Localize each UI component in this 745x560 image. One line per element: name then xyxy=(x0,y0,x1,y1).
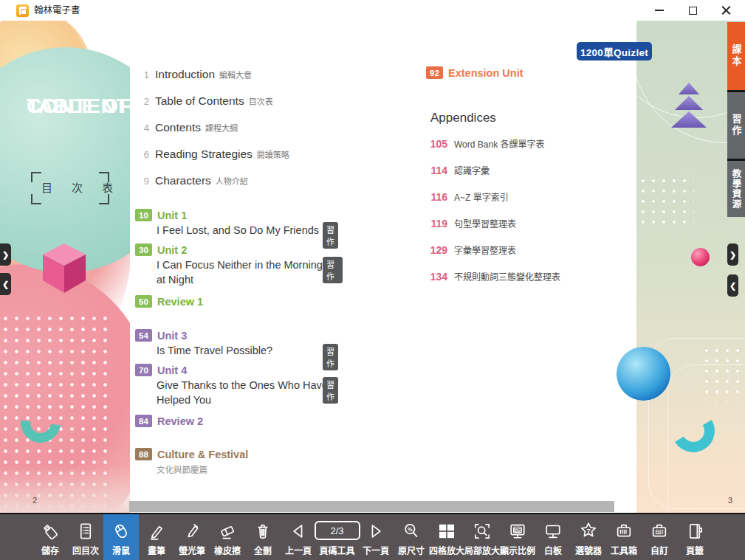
toc-row-irregular-verbs[interactable]: 134 不規則動詞三態變化整理表 xyxy=(421,270,560,283)
minimize-button[interactable] xyxy=(644,0,675,21)
chevron-right-icon: ❯ xyxy=(729,250,736,260)
svg-text:固定: 固定 xyxy=(513,528,522,533)
toc-row-unit3[interactable]: 54 Unit 3 Is Time Travel Possible? 習作 xyxy=(135,329,272,356)
toc-row-unit2[interactable]: 30 Unit 2 I Can Focus Neither in the Mor… xyxy=(135,243,343,286)
toolbar-next-page[interactable]: 下一頁 xyxy=(358,514,394,560)
toc-row-review1[interactable]: 50 Review 1 xyxy=(135,295,203,308)
minimize-icon xyxy=(655,10,664,11)
zoom-percent-icon: % xyxy=(400,520,422,542)
app-window: 翰林電子書 TABLE OF CONTENTS TABLE OF CONTENT… xyxy=(0,0,745,560)
appendices-heading: Appendices xyxy=(430,111,496,125)
toc-row-unit1[interactable]: 10 Unit 1 I Feel Lost, and So Do My Frie… xyxy=(135,209,319,236)
hero-line2: CONTENTS xyxy=(27,94,130,117)
page-badge: 10 xyxy=(135,209,152,221)
chevron-left-icon: ❮ xyxy=(2,280,9,289)
toc-row-sentence-patterns[interactable]: 119 句型學習整理表 xyxy=(421,217,516,229)
zoom-area-icon xyxy=(471,520,493,542)
toolbar-prev-page[interactable]: 上一頁 xyxy=(281,514,316,560)
toc-row-vocab[interactable]: 114 認識字彙 xyxy=(421,164,490,176)
triangle-right-icon xyxy=(365,520,387,542)
right-page-number: 3 xyxy=(728,496,732,505)
highlighter-icon xyxy=(181,520,203,542)
whiteboard-icon xyxy=(542,520,564,542)
svg-text:7: 7 xyxy=(587,528,591,535)
toc-chinese-label: 目次表 xyxy=(31,172,109,204)
toc-row-az-index[interactable]: 116 A~Z 單字索引 xyxy=(421,190,509,203)
pink-ball-decoration xyxy=(691,248,710,266)
svg-text:自訂: 自訂 xyxy=(655,529,664,535)
left-page-decoration: TABLE OF CONTENTS TABLE OF CONTENTS 目次表 xyxy=(0,21,130,513)
blue-sphere-decoration xyxy=(617,347,670,401)
toc-row-review2[interactable]: 84 Review 2 xyxy=(135,415,203,427)
trash-icon xyxy=(252,520,274,542)
app-logo-icon xyxy=(16,4,29,17)
bottom-toolbar: 儲存 回目次 滑鼠 畫筆 xyxy=(0,513,745,560)
monitor-fixed-icon: 固定 xyxy=(507,520,529,542)
page-badge: 92 xyxy=(426,66,443,79)
left-page-back-handle[interactable]: ❮ xyxy=(0,273,11,295)
toolbar-mouse[interactable]: 滑鼠 xyxy=(103,514,139,560)
toolbar-pen[interactable]: 畫筆 xyxy=(139,514,174,560)
toolbar-eraser[interactable]: 橡皮擦 xyxy=(210,514,245,560)
quizlet-button[interactable]: 1200單Quizlet xyxy=(577,42,652,61)
toolbar-page-tab[interactable]: 頁籤 xyxy=(677,514,713,560)
toc-row-contents[interactable]: 4 Contents 課程大綱 xyxy=(131,121,238,134)
svg-text:%: % xyxy=(408,526,413,533)
toc-row-unit4[interactable]: 70 Unit 4 Give Thanks to the Ones Who Ha… xyxy=(135,364,328,406)
toolbar-toolbox[interactable]: 工具箱 xyxy=(606,514,642,560)
workbook-badge-unit2[interactable]: 習作 xyxy=(323,257,343,283)
toolbar-quad-zoom[interactable]: 四格放大 xyxy=(429,514,464,560)
eraser-icon xyxy=(216,520,238,542)
chevron-right-icon: ❯ xyxy=(2,250,9,260)
tab-teaching-resources[interactable]: 教學資源 xyxy=(727,161,745,217)
page-badge: 88 xyxy=(135,448,152,460)
toc-row-introduction[interactable]: 1 Introduction 編輯大意 xyxy=(131,68,252,81)
page-indicator-box[interactable]: 2/3 xyxy=(315,521,360,540)
workbook-badge-unit4[interactable]: 習作 xyxy=(323,377,338,404)
toc-row-vocab-summary[interactable]: 129 字彙學習整理表 xyxy=(421,243,516,256)
triangle-left-icon xyxy=(287,520,309,542)
right-page-forward-handle[interactable]: ❯ xyxy=(727,243,738,266)
toc-row-characters[interactable]: 9 Characters 人物介紹 xyxy=(131,174,248,187)
page-badge: 30 xyxy=(135,243,152,256)
toc-row-culture-festival[interactable]: 88 Culture & Festival 文化與節慶篇 xyxy=(135,448,248,475)
tab-textbook[interactable]: 課本 xyxy=(727,22,745,90)
four-pane-grid-icon xyxy=(436,520,458,542)
maximize-icon xyxy=(689,7,697,15)
title-bar: 翰林電子書 xyxy=(0,0,745,21)
close-icon xyxy=(721,6,731,15)
toc-row-reading-strategies[interactable]: 6 Reading Strategies 閱讀策略 xyxy=(131,148,289,161)
pencil-icon xyxy=(145,520,168,542)
toolbar-custom[interactable]: 自訂 自訂 xyxy=(642,514,677,560)
dot-grid xyxy=(701,345,743,401)
toolbar-back-to-toc[interactable]: 回目次 xyxy=(68,514,103,560)
tab-workbook[interactable]: 習作 xyxy=(727,92,745,159)
pink-cube-decoration xyxy=(40,242,89,295)
toolbar-display-ratio[interactable]: 固定 顯示比例 xyxy=(500,514,535,560)
horizontal-scrollbar[interactable] xyxy=(129,501,614,512)
star-7-icon: 7 xyxy=(577,520,600,542)
right-page-back-handle[interactable]: ❮ xyxy=(727,274,738,297)
toc-row-word-bank[interactable]: 105 Word Bank 各課單字表 xyxy=(421,137,544,150)
toolbar-delete-all[interactable]: 全刪 xyxy=(245,514,281,560)
book-tab-icon xyxy=(684,520,706,542)
page-badge: 54 xyxy=(135,329,152,342)
page-badge: 70 xyxy=(135,364,152,376)
toolbar-whiteboard[interactable]: 白板 xyxy=(535,514,571,560)
close-button[interactable] xyxy=(710,0,741,21)
toolbar-page-indicator[interactable]: 2/3 頁碼工具 xyxy=(316,514,358,560)
usb-drive-icon xyxy=(39,520,61,542)
toc-row-extension-unit[interactable]: 92 Extension Unit xyxy=(426,66,523,79)
left-page-forward-handle[interactable]: ❯ xyxy=(0,243,11,266)
toolbar-area-zoom[interactable]: 局部放大 xyxy=(464,514,500,560)
toolbox-icon xyxy=(613,520,635,542)
toc-row-table-of-contents[interactable]: 2 Table of Contents 目次表 xyxy=(131,94,273,108)
page-badge: 50 xyxy=(135,295,152,308)
toolbar-save[interactable]: 儲存 xyxy=(32,514,68,560)
dot-grid xyxy=(638,176,694,224)
maximize-button[interactable] xyxy=(677,0,708,21)
toc-document-icon xyxy=(75,520,97,542)
toolbar-highlighter[interactable]: 螢光筆 xyxy=(174,514,210,560)
toolbar-original-size[interactable]: % 原尺寸 xyxy=(394,514,429,560)
toolbar-number-picker[interactable]: 7 選號器 xyxy=(571,514,606,560)
